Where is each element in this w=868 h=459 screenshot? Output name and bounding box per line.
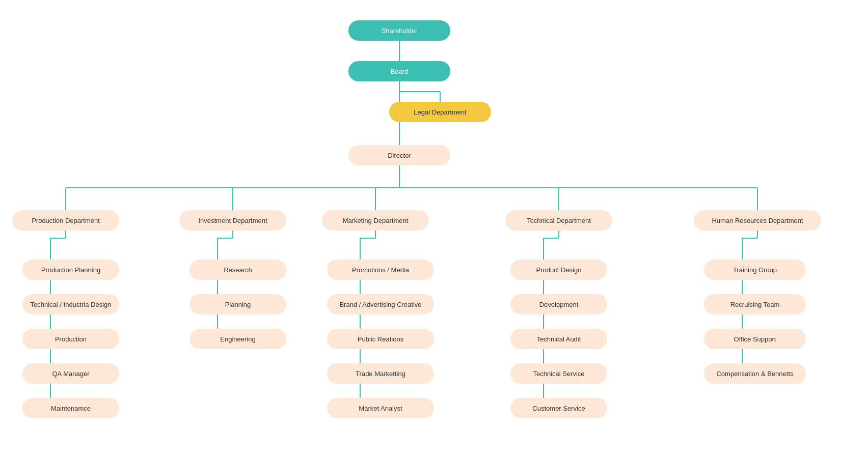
node-public_rel: Public Reations bbox=[327, 329, 434, 349]
node-director: Director bbox=[348, 145, 450, 165]
node-prod_planning: Production Planning bbox=[22, 260, 119, 280]
node-invest_dept: Investment Department bbox=[179, 210, 286, 231]
node-tech_audit: Technical Audit bbox=[510, 329, 607, 349]
node-brand_adv: Brand / Advertising Creative bbox=[327, 294, 434, 314]
node-promo_media: Promotions / Media bbox=[327, 260, 434, 280]
node-production: Production bbox=[22, 329, 119, 349]
chart-wrapper: ShareholderBoardLegal DepartmentDirector… bbox=[0, 0, 868, 459]
node-tech_ind: Technical / Industria Design bbox=[22, 294, 119, 314]
node-product_design: Product Design bbox=[510, 260, 607, 280]
node-shareholder: Shareholder bbox=[348, 20, 450, 41]
node-legal: Legal Department bbox=[389, 102, 491, 122]
node-development: Development bbox=[510, 294, 607, 314]
node-customer_service: Customer Service bbox=[510, 398, 607, 418]
node-maintenance: Maintenamce bbox=[22, 398, 119, 418]
node-office_support: Office Support bbox=[704, 329, 806, 349]
node-board: Board bbox=[348, 61, 450, 81]
node-mkt_dept: Marketing Department bbox=[322, 210, 429, 231]
node-training: Training Group bbox=[704, 260, 806, 280]
node-compensation: Compensation & Bennetts bbox=[704, 363, 806, 384]
org-chart: ShareholderBoardLegal DepartmentDirector… bbox=[6, 10, 862, 453]
node-recruiting: Recrulsing Team bbox=[704, 294, 806, 314]
node-market_analyst: Market Analyst bbox=[327, 398, 434, 418]
node-hr_dept: Human Resources Department bbox=[694, 210, 821, 231]
node-prod_dept: Production Department bbox=[12, 210, 119, 231]
node-planning: Planning bbox=[189, 294, 286, 314]
node-engineering: Engineering bbox=[189, 329, 286, 349]
node-research: Research bbox=[189, 260, 286, 280]
node-trade_mkt: Trade Marketting bbox=[327, 363, 434, 384]
node-tech_service: Technical Service bbox=[510, 363, 607, 384]
node-qa_manager: QA Manager bbox=[22, 363, 119, 384]
node-tech_dept: Technical Department bbox=[505, 210, 612, 231]
